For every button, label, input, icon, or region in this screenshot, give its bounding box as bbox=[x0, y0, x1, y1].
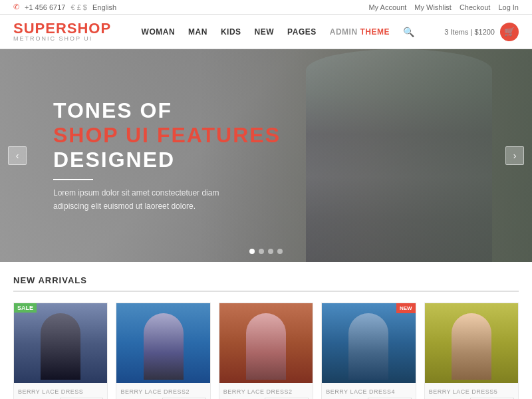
nav-pages[interactable]: PAGES bbox=[287, 27, 317, 37]
product-image-3 bbox=[219, 303, 313, 383]
nav-new[interactable]: NEW bbox=[255, 27, 275, 37]
product-info-2: BERRY LACE DRESS2 $29.00 ADD TO CART bbox=[116, 383, 209, 399]
hero-title-line3: DESIGNED bbox=[53, 148, 281, 172]
product-name-4: BERRY LACE DRESS4 bbox=[326, 388, 411, 395]
logo-text: SUPERSHOP bbox=[13, 21, 111, 36]
slider-dot-4[interactable] bbox=[277, 249, 283, 254]
nav-man[interactable]: MAN bbox=[188, 27, 207, 37]
hero-title-line1: TONES OF bbox=[53, 98, 281, 123]
top-bar-right: My Account My Wishlist Checkout Log In bbox=[368, 3, 519, 11]
top-bar-left: +1 456 6717 € £ $ English bbox=[13, 3, 116, 11]
product-card-3: BERRY LACE DRESS2 $29.00 ADD TO CART bbox=[219, 303, 313, 399]
nav-kids[interactable]: KIDS bbox=[221, 27, 241, 37]
logo-shop: SHOP bbox=[67, 20, 111, 37]
new-arrivals-section: NEW ARRIVALS SALE BERRY LACE DRESS $29.0… bbox=[0, 262, 532, 399]
product-name-2: BERRY LACE DRESS2 bbox=[120, 388, 205, 395]
my-wishlist-link[interactable]: My Wishlist bbox=[414, 3, 452, 11]
product-info-4: BERRY LACE DRESS4 $29.00 ADD TO CART bbox=[322, 383, 415, 399]
cart-area: 3 Items | $1200 🛒 bbox=[444, 23, 519, 41]
product-name-3: BERRY LACE DRESS2 bbox=[223, 388, 309, 395]
product-image-2 bbox=[116, 303, 209, 383]
product-person-3 bbox=[246, 313, 286, 380]
product-name-1: BERRY LACE DRESS bbox=[18, 388, 103, 395]
top-bar: +1 456 6717 € £ $ English My Account My … bbox=[0, 0, 532, 15]
nav-admin[interactable]: ADMIN theME bbox=[330, 27, 390, 37]
slider-dot-2[interactable] bbox=[259, 249, 264, 254]
product-image-5 bbox=[425, 303, 518, 383]
slider-next-button[interactable]: › bbox=[505, 146, 524, 165]
cart-button[interactable]: 🛒 bbox=[500, 23, 519, 41]
my-account-link[interactable]: My Account bbox=[368, 3, 406, 11]
product-card-2: BERRY LACE DRESS2 $29.00 ADD TO CART bbox=[116, 303, 210, 399]
slider-prev-button[interactable]: ‹ bbox=[8, 146, 27, 165]
new-arrivals-title: NEW ARRIVALS bbox=[13, 275, 519, 292]
product-person-1 bbox=[41, 313, 80, 380]
product-image-1: SALE bbox=[14, 303, 107, 383]
product-info-1: BERRY LACE DRESS $29.00 ADD TO CART bbox=[14, 383, 107, 399]
log-in-link[interactable]: Log In bbox=[498, 3, 519, 11]
hero-divider bbox=[53, 179, 93, 180]
nav-woman[interactable]: WOMAN bbox=[142, 27, 176, 37]
hero-title-line2: SHOP UI FEATURES bbox=[53, 123, 281, 148]
product-info-3: BERRY LACE DRESS2 $29.00 ADD TO CART bbox=[219, 383, 313, 399]
product-info-5: BERRY LACE DRESS5 $29.00 ADD TO CART bbox=[425, 383, 518, 399]
slider-dot-3[interactable] bbox=[268, 249, 273, 254]
logo[interactable]: SUPERSHOP METRONIC SHOP UI bbox=[13, 21, 111, 42]
product-name-5: BERRY LACE DRESS5 bbox=[429, 388, 514, 395]
logo-super: SUPER bbox=[13, 20, 67, 37]
cart-label: 3 Items | $1200 bbox=[444, 28, 495, 36]
search-icon[interactable]: 🔍 bbox=[403, 27, 414, 37]
slider-dot-1[interactable] bbox=[249, 249, 255, 254]
product-person-4 bbox=[348, 313, 388, 380]
logo-subtitle: METRONIC SHOP UI bbox=[13, 36, 111, 42]
product-person-2 bbox=[144, 313, 184, 380]
hero-description: Lorem ipsum dolor sit amet constectetuer… bbox=[53, 187, 253, 212]
checkout-link[interactable]: Checkout bbox=[460, 3, 490, 11]
hero-slider: TONES OF SHOP UI FEATURES DESIGNED Lorem… bbox=[0, 49, 532, 262]
product-image-4: NEW bbox=[322, 303, 415, 383]
slider-dots bbox=[249, 249, 283, 254]
product-card-4: NEW BERRY LACE DRESS4 $29.00 ADD TO CART bbox=[321, 303, 416, 399]
language-selector[interactable]: English bbox=[92, 3, 116, 11]
products-grid: SALE BERRY LACE DRESS $29.00 ADD TO CART… bbox=[13, 303, 519, 399]
phone-icon bbox=[13, 3, 19, 11]
currency-icons: € £ $ bbox=[70, 3, 86, 11]
main-header: SUPERSHOP METRONIC SHOP UI WOMAN MAN KID… bbox=[0, 15, 532, 49]
product-card-5: BERRY LACE DRESS5 $29.00 ADD TO CART bbox=[424, 303, 519, 399]
phone-number: +1 456 6717 bbox=[25, 3, 65, 11]
main-nav: WOMAN MAN KIDS NEW PAGES ADMIN theME 🔍 bbox=[142, 27, 414, 37]
product-card-1: SALE BERRY LACE DRESS $29.00 ADD TO CART bbox=[13, 303, 108, 399]
badge-sale-1: SALE bbox=[14, 303, 37, 313]
hero-content: TONES OF SHOP UI FEATURES DESIGNED Lorem… bbox=[0, 98, 281, 212]
product-person-5 bbox=[452, 313, 491, 380]
badge-new-4: NEW bbox=[396, 303, 416, 313]
